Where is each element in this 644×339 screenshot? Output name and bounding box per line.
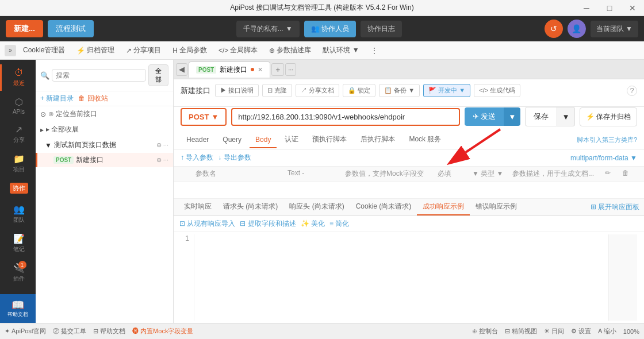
global-params-button[interactable]: H 全局参数 [168, 44, 212, 57]
expand-sub-button[interactable]: » [5, 45, 16, 56]
file-tree-actions: + 新建目录 🗑 回收站 [36, 91, 173, 106]
tab-body[interactable]: Body [250, 132, 277, 148]
new-tab-button[interactable]: + [271, 63, 284, 76]
url-input[interactable]: http://192.168.200.131:9090/v1-webhooks/… [231, 108, 459, 126]
send-dropdown-button[interactable]: ▼ [504, 107, 520, 126]
form-data-select[interactable]: multipart/form-data ▼ [570, 154, 637, 162]
recycle-button[interactable]: 🗑 回收站 [78, 94, 108, 103]
share-project-button[interactable]: ↗ 分享项目 [121, 44, 166, 57]
col-param-value: 参数值，支持Mock字段变 [345, 169, 438, 179]
extract-fields-button[interactable]: ⊟ 提取字段和描述 [240, 219, 296, 229]
tab-query[interactable]: Query [217, 132, 247, 148]
tab-mock[interactable]: Mock 服务 [403, 131, 447, 149]
third-party-link[interactable]: 脚本引入第三方类库? [577, 136, 637, 144]
status-zoom-out[interactable]: A 缩小 [598, 327, 616, 336]
col-delete-icon: 🗑 [622, 169, 639, 179]
website-icon: ✦ [5, 328, 10, 335]
active-tab[interactable]: POST 新建接口 ✕ [189, 61, 270, 78]
tab-success-example[interactable]: 成功响应示例 [417, 199, 470, 215]
status-console[interactable]: ⊕ 控制台 [472, 327, 498, 336]
lock-button[interactable]: 🔒 锁定 [343, 84, 375, 97]
close-button[interactable]: ✕ [621, 0, 644, 16]
import-from-response-button[interactable]: ⊡ 从现有响应导入 [179, 219, 235, 229]
default-env-button[interactable]: 默认环境 ▼ [318, 44, 363, 57]
tab-cookie[interactable]: Cookie (尚未请求) [350, 199, 417, 215]
dev-status-button[interactable]: 🚩 开发中 ▼ [423, 84, 470, 97]
sidebar-item-team[interactable]: 👥 团队 [0, 201, 36, 228]
tab-req-headers[interactable]: 请求头 (尚未请求) [217, 199, 283, 215]
tab-unsaved-dot [251, 68, 254, 71]
import-params-button[interactable]: ↑ 导入参数 [181, 153, 213, 163]
api-item-new[interactable]: POST 新建接口 ⊕ ··· [36, 153, 173, 167]
minimize-button[interactable]: ─ [575, 0, 598, 16]
status-help-docs[interactable]: ⊟ 帮助文档 [93, 327, 125, 336]
all-filter-button[interactable]: 全部 [148, 64, 168, 86]
line-numbers: 1 [181, 234, 194, 321]
beautify-button[interactable]: ✨ 美化 [301, 219, 325, 229]
maximize-button[interactable]: □ [598, 0, 621, 16]
status-simple-view[interactable]: ⊟ 精简视图 [505, 327, 537, 336]
more-sub-button[interactable]: ⋮ [366, 45, 382, 56]
status-apipost-website[interactable]: ✦ ApiPost官网 [5, 327, 46, 336]
tab-close-button[interactable]: ✕ [258, 66, 263, 74]
tab-auth[interactable]: 认证 [279, 131, 304, 149]
save-button[interactable]: 保存 [525, 107, 557, 126]
global-script-button[interactable]: </> 全局脚本 [214, 44, 262, 57]
expand-all-item[interactable]: ▸ ▸ 全部收展 [36, 122, 173, 137]
backup-button[interactable]: 📋 备份 ▼ [379, 84, 420, 97]
top-center-nav: 千寻的私有... ▼ 👥 协作人员 协作日志 [98, 21, 540, 37]
collab-log-button[interactable]: 协作日志 [361, 21, 402, 37]
sidebar-item-project[interactable]: 📁 项目 [0, 150, 36, 177]
locate-current-item[interactable]: ⊙ ⊙ 定位当前接口 [36, 106, 173, 122]
help-docs-banner[interactable]: 📖 帮助文档 [0, 294, 36, 323]
simplify-button[interactable]: ≡ 简化 [329, 219, 349, 229]
refresh-button[interactable]: ↺ [545, 20, 563, 38]
tab-error-example[interactable]: 错误响应示例 [470, 199, 523, 215]
team-button[interactable]: 当前团队 ▼ [591, 21, 638, 37]
param-desc-button[interactable]: ⊕ 参数描述库 [264, 44, 316, 57]
sidebar-item-plugins[interactable]: 🔌 1 插件 [0, 259, 36, 286]
locate-icon: ⊙ [40, 110, 46, 118]
export-params-button[interactable]: ↓ 导出参数 [218, 153, 251, 163]
clone-button[interactable]: ⊡ 克隆 [262, 84, 292, 97]
flow-test-button[interactable]: 流程测试 [48, 20, 94, 37]
save-dropdown-button[interactable]: ▼ [557, 107, 574, 126]
tab-resp-headers[interactable]: 响应头 (尚未请求) [283, 199, 350, 215]
new-button[interactable]: 新建... [6, 20, 43, 37]
method-select[interactable]: POST ▼ [181, 108, 227, 126]
sidebar-item-recent[interactable]: ⏱ 最近 [0, 64, 36, 91]
api-desc-button[interactable]: ▶ 接口说明 [215, 84, 259, 97]
tab-pre-script[interactable]: 预执行脚本 [306, 131, 352, 149]
status-settings[interactable]: ⚙ 设置 [571, 327, 591, 336]
status-theme[interactable]: ☀ 日间 [544, 327, 564, 336]
tab-scroll-left-button[interactable]: ◀ [176, 63, 187, 76]
save-archive-button[interactable]: ⚡ 保存并归档 [580, 107, 637, 126]
tab-post-script[interactable]: 后执行脚本 [355, 131, 401, 149]
file-tree-panel: 🔍 全部 + 新建目录 🗑 回收站 ⊙ ⊙ 定位当前接口 ▸ ▸ 全部收展 ▼ … [36, 60, 174, 323]
tab-more-button[interactable]: ··· [285, 63, 296, 76]
archive-manager-button[interactable]: ⚡ 归档管理 [72, 44, 119, 57]
share-doc-button[interactable]: ↗ 分享文档 [296, 84, 339, 97]
tab-header[interactable]: Header [181, 132, 214, 148]
sidebar-item-notes[interactable]: 📝 笔记 [0, 230, 36, 257]
help-button[interactable]: ? [627, 86, 637, 96]
collaborators-button[interactable]: 👥 协作人员 [304, 21, 356, 37]
sidebar-item-collab[interactable]: 协作 [0, 179, 36, 198]
search-input[interactable] [52, 69, 146, 82]
tab-realtime[interactable]: 实时响应 [178, 199, 217, 215]
status-submit-ticket[interactable]: ② 提交工单 [53, 327, 86, 336]
expand-response-button[interactable]: ⊞ 展开响应面板 [591, 202, 639, 212]
new-dir-button[interactable]: + 新建目录 [40, 94, 74, 103]
col-param-name: 参数名 [195, 169, 288, 179]
sidebar-item-apis[interactable]: ⬡ APIs [0, 93, 36, 118]
user-avatar-button[interactable]: 👤 [568, 20, 586, 38]
gen-code-button[interactable]: </> 生成代码 [474, 84, 520, 97]
folder-name: 测试新闻页接口数据 [54, 140, 116, 150]
status-mock-vars[interactable]: 🅜 内置Mock字段变量 [132, 327, 193, 336]
notes-icon: 📝 [13, 233, 25, 244]
send-button[interactable]: ✈ 发送 [465, 107, 504, 126]
folder-item-news[interactable]: ▼ 测试新闻页接口数据 ⊕ ··· [36, 137, 173, 153]
private-nav-button[interactable]: 千寻的私有... ▼ [236, 21, 300, 37]
cookie-manager-button[interactable]: Cookie管理器 [18, 44, 70, 57]
sidebar-item-share[interactable]: ↗ 分享 [0, 121, 36, 148]
